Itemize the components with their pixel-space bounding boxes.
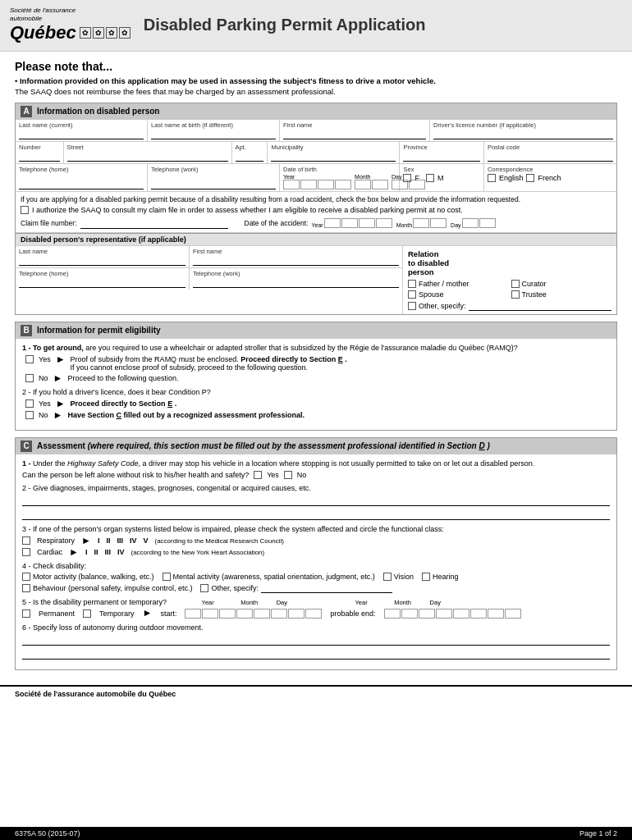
input-tel-home[interactable] [19, 174, 144, 189]
acc-year-1[interactable] [324, 218, 341, 228]
input-first-name[interactable] [283, 130, 426, 139]
rep-input-tel-work[interactable] [193, 278, 399, 288]
start-y4[interactable] [236, 609, 253, 619]
start-y1[interactable] [185, 609, 201, 619]
checkbox-q1-no[interactable] [25, 374, 34, 382]
q6-input-line1[interactable] [22, 634, 610, 646]
checkbox-cardiac[interactable] [22, 548, 30, 556]
rep-input-last-name[interactable] [19, 256, 185, 266]
dob-year-3[interactable] [318, 180, 334, 189]
dob-month-1[interactable] [355, 180, 371, 189]
q1-num: 1 - [22, 459, 33, 468]
rep-label-tel-home: Telephone (home) [19, 270, 185, 277]
checkbox-c-q1-no[interactable] [284, 471, 292, 479]
input-last-name-current[interactable] [19, 130, 144, 139]
start-d2[interactable] [305, 609, 322, 619]
checkbox-c-q1-yes[interactable] [254, 471, 262, 479]
end-y3[interactable] [419, 609, 435, 619]
input-other-specify[interactable] [469, 301, 611, 311]
checkbox-respiratory[interactable] [22, 536, 30, 545]
checkbox-hearing[interactable] [422, 573, 430, 581]
label-tel-work: Telephone (work) [151, 166, 276, 173]
label-dob: Date of birth [283, 166, 396, 173]
checkbox-motor[interactable] [22, 573, 30, 581]
start-d1[interactable] [288, 609, 305, 619]
acc-year-4[interactable] [376, 218, 392, 228]
end-y1[interactable] [384, 609, 401, 619]
label-number: Number [19, 144, 60, 151]
input-apt[interactable] [236, 152, 264, 162]
input-province[interactable] [403, 152, 479, 162]
input-tel-work[interactable] [151, 174, 276, 189]
q2-input-line1[interactable] [22, 495, 610, 506]
cell-street: Street [64, 142, 232, 163]
checkbox-authorize[interactable] [21, 206, 29, 214]
checkbox-sex-f[interactable] [403, 174, 411, 182]
label-sex-m: M [437, 174, 444, 182]
input-q4-other[interactable] [261, 583, 392, 593]
end-y4[interactable] [436, 609, 452, 619]
end-m1[interactable] [453, 609, 469, 619]
q4-other: Other, specify: [200, 583, 392, 593]
relation-other: Other, specify: [408, 301, 611, 311]
label-cardiac: Cardiac [37, 548, 62, 556]
cell-municipality: Municipality [268, 142, 400, 163]
start-y3[interactable] [219, 609, 236, 619]
checkbox-q1-yes[interactable] [25, 355, 34, 363]
end-d2[interactable] [505, 609, 521, 619]
input-postal-code[interactable] [488, 152, 613, 162]
dob-year-4[interactable] [335, 180, 351, 189]
checkbox-spouse[interactable] [408, 290, 416, 299]
q3-respiratory-row: Respiratory ► I II III IV V (according t… [22, 536, 610, 546]
acc-year-3[interactable] [359, 218, 375, 228]
label-trustee: Trustee [522, 290, 547, 299]
acc-month-2[interactable] [430, 218, 447, 228]
q6-input-line2[interactable] [22, 648, 610, 660]
end-y2[interactable] [401, 609, 418, 619]
checkbox-english[interactable] [488, 174, 496, 182]
input-municipality[interactable] [271, 152, 396, 162]
input-last-name-birth[interactable] [151, 130, 276, 139]
checkbox-behaviour[interactable] [22, 584, 30, 592]
checkbox-french[interactable] [526, 174, 534, 182]
checkbox-vision[interactable] [383, 573, 392, 581]
input-number[interactable] [19, 152, 60, 162]
checkbox-q2-no[interactable] [25, 411, 34, 419]
checkbox-other[interactable] [408, 302, 416, 310]
end-d1[interactable] [488, 609, 504, 619]
checkbox-temporary[interactable] [83, 609, 91, 618]
sec-c-q2: 2 - Give diagnoses, impairments, stages,… [22, 484, 610, 520]
please-note-heading: Please note that... [15, 60, 617, 73]
checkbox-curator[interactable] [511, 280, 520, 288]
checkbox-q4-other[interactable] [200, 584, 208, 592]
dob-year-2[interactable] [300, 180, 317, 189]
acc-day-2[interactable] [479, 218, 496, 228]
arrow-q2-no: ► [53, 410, 63, 420]
sec-b-q1-no: No ► Proceed to the following question. [25, 374, 610, 383]
checkbox-sex-m[interactable] [426, 174, 434, 182]
sec-c-q2-text: 2 - Give diagnoses, impairments, stages,… [22, 484, 610, 492]
checkbox-mental[interactable] [163, 573, 171, 581]
claim-file-input[interactable] [80, 217, 228, 229]
arrow-q1-yes: ► [56, 354, 66, 364]
rep-input-tel-home[interactable] [19, 278, 185, 288]
acc-month-1[interactable] [413, 218, 429, 228]
checkbox-q2-yes[interactable] [25, 399, 34, 408]
acc-day-1[interactable] [462, 218, 479, 228]
end-m2[interactable] [470, 609, 487, 619]
dob-year-1[interactable] [283, 180, 300, 189]
checkbox-trustee[interactable] [511, 290, 520, 299]
checkbox-permanent[interactable] [22, 609, 30, 618]
roman-card-IV: IV [117, 548, 125, 556]
input-drivers-licence[interactable] [433, 130, 613, 139]
q2-input-line2[interactable] [22, 509, 610, 520]
rep-input-first-name[interactable] [193, 256, 399, 266]
input-street[interactable] [67, 152, 228, 162]
start-y2[interactable] [202, 609, 218, 619]
start-m2[interactable] [271, 609, 287, 619]
checkbox-father-mother[interactable] [408, 280, 416, 288]
q2-yes-label: Yes [39, 399, 51, 408]
dob-month-2[interactable] [372, 180, 388, 189]
acc-year-2[interactable] [341, 218, 358, 228]
start-m1[interactable] [254, 609, 270, 619]
